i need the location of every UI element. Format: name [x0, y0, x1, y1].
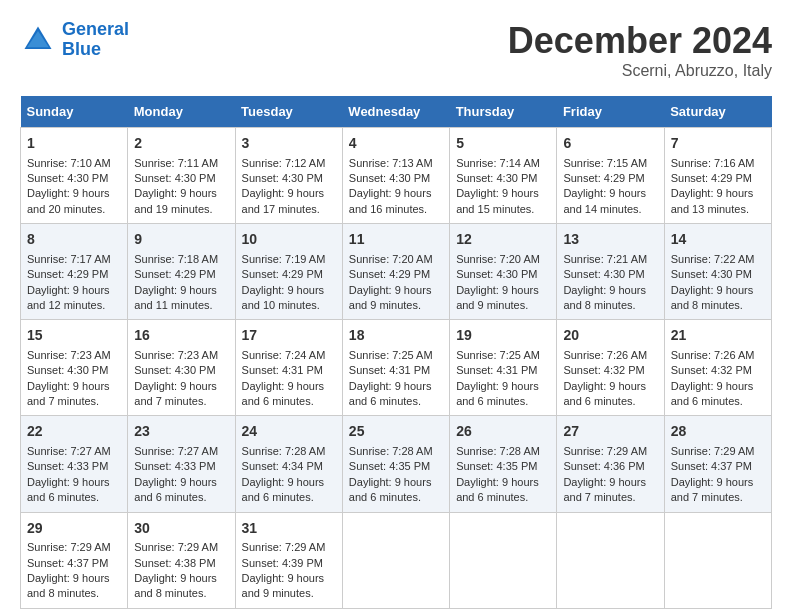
sunrise-label: Sunrise: 7:24 AM [242, 349, 326, 361]
table-row: 26 Sunrise: 7:28 AM Sunset: 4:35 PM Dayl… [450, 416, 557, 512]
day-number: 25 [349, 422, 443, 442]
daylight-label: Daylight: 9 hours and 7 minutes. [134, 380, 217, 407]
table-row: 2 Sunrise: 7:11 AM Sunset: 4:30 PM Dayli… [128, 128, 235, 224]
daylight-label: Daylight: 9 hours and 6 minutes. [456, 476, 539, 503]
table-row: 22 Sunrise: 7:27 AM Sunset: 4:33 PM Dayl… [21, 416, 128, 512]
day-number: 18 [349, 326, 443, 346]
sunset-label: Sunset: 4:35 PM [456, 460, 537, 472]
col-saturday: Saturday [664, 96, 771, 128]
sunrise-label: Sunrise: 7:29 AM [134, 541, 218, 553]
sunrise-label: Sunrise: 7:20 AM [456, 253, 540, 265]
sunset-label: Sunset: 4:30 PM [456, 268, 537, 280]
day-number: 6 [563, 134, 657, 154]
sunset-label: Sunset: 4:32 PM [671, 364, 752, 376]
sunset-label: Sunset: 4:29 PM [563, 172, 644, 184]
logo-icon [20, 22, 56, 58]
table-row: 13 Sunrise: 7:21 AM Sunset: 4:30 PM Dayl… [557, 224, 664, 320]
day-number: 16 [134, 326, 228, 346]
day-number: 17 [242, 326, 336, 346]
sunset-label: Sunset: 4:30 PM [27, 172, 108, 184]
sunrise-label: Sunrise: 7:28 AM [242, 445, 326, 457]
day-number: 14 [671, 230, 765, 250]
table-row: 18 Sunrise: 7:25 AM Sunset: 4:31 PM Dayl… [342, 320, 449, 416]
table-row: 19 Sunrise: 7:25 AM Sunset: 4:31 PM Dayl… [450, 320, 557, 416]
day-number: 4 [349, 134, 443, 154]
month-title: December 2024 [508, 20, 772, 62]
day-number: 5 [456, 134, 550, 154]
table-row: 7 Sunrise: 7:16 AM Sunset: 4:29 PM Dayli… [664, 128, 771, 224]
daylight-label: Daylight: 9 hours and 12 minutes. [27, 284, 110, 311]
sunset-label: Sunset: 4:29 PM [134, 268, 215, 280]
col-monday: Monday [128, 96, 235, 128]
table-row: 11 Sunrise: 7:20 AM Sunset: 4:29 PM Dayl… [342, 224, 449, 320]
day-number: 12 [456, 230, 550, 250]
table-row: 30 Sunrise: 7:29 AM Sunset: 4:38 PM Dayl… [128, 512, 235, 608]
table-row: 14 Sunrise: 7:22 AM Sunset: 4:30 PM Dayl… [664, 224, 771, 320]
sunrise-label: Sunrise: 7:29 AM [671, 445, 755, 457]
logo-line2: Blue [62, 39, 101, 59]
daylight-label: Daylight: 9 hours and 6 minutes. [134, 476, 217, 503]
day-number: 31 [242, 519, 336, 539]
sunrise-label: Sunrise: 7:28 AM [349, 445, 433, 457]
sunset-label: Sunset: 4:31 PM [242, 364, 323, 376]
day-number: 23 [134, 422, 228, 442]
day-number: 19 [456, 326, 550, 346]
sunset-label: Sunset: 4:31 PM [349, 364, 430, 376]
table-row: 28 Sunrise: 7:29 AM Sunset: 4:37 PM Dayl… [664, 416, 771, 512]
table-row: 23 Sunrise: 7:27 AM Sunset: 4:33 PM Dayl… [128, 416, 235, 512]
sunrise-label: Sunrise: 7:15 AM [563, 157, 647, 169]
calendar-header-row: Sunday Monday Tuesday Wednesday Thursday… [21, 96, 772, 128]
sunset-label: Sunset: 4:30 PM [134, 172, 215, 184]
sunrise-label: Sunrise: 7:13 AM [349, 157, 433, 169]
table-row: 15 Sunrise: 7:23 AM Sunset: 4:30 PM Dayl… [21, 320, 128, 416]
table-row: 8 Sunrise: 7:17 AM Sunset: 4:29 PM Dayli… [21, 224, 128, 320]
table-row [664, 512, 771, 608]
sunrise-label: Sunrise: 7:27 AM [27, 445, 111, 457]
calendar-table: Sunday Monday Tuesday Wednesday Thursday… [20, 96, 772, 609]
title-block: December 2024 Scerni, Abruzzo, Italy [508, 20, 772, 80]
sunrise-label: Sunrise: 7:12 AM [242, 157, 326, 169]
sunset-label: Sunset: 4:33 PM [27, 460, 108, 472]
daylight-label: Daylight: 9 hours and 7 minutes. [671, 476, 754, 503]
col-friday: Friday [557, 96, 664, 128]
daylight-label: Daylight: 9 hours and 6 minutes. [563, 380, 646, 407]
sunrise-label: Sunrise: 7:16 AM [671, 157, 755, 169]
daylight-label: Daylight: 9 hours and 6 minutes. [671, 380, 754, 407]
sunrise-label: Sunrise: 7:11 AM [134, 157, 218, 169]
table-row: 10 Sunrise: 7:19 AM Sunset: 4:29 PM Dayl… [235, 224, 342, 320]
daylight-label: Daylight: 9 hours and 14 minutes. [563, 187, 646, 214]
table-row: 12 Sunrise: 7:20 AM Sunset: 4:30 PM Dayl… [450, 224, 557, 320]
day-number: 21 [671, 326, 765, 346]
sunset-label: Sunset: 4:33 PM [134, 460, 215, 472]
logo-line1: General [62, 19, 129, 39]
daylight-label: Daylight: 9 hours and 16 minutes. [349, 187, 432, 214]
sunrise-label: Sunrise: 7:14 AM [456, 157, 540, 169]
sunrise-label: Sunrise: 7:19 AM [242, 253, 326, 265]
day-number: 3 [242, 134, 336, 154]
calendar-week-row: 22 Sunrise: 7:27 AM Sunset: 4:33 PM Dayl… [21, 416, 772, 512]
col-sunday: Sunday [21, 96, 128, 128]
daylight-label: Daylight: 9 hours and 8 minutes. [563, 284, 646, 311]
table-row [557, 512, 664, 608]
daylight-label: Daylight: 9 hours and 6 minutes. [242, 476, 325, 503]
daylight-label: Daylight: 9 hours and 6 minutes. [349, 380, 432, 407]
day-number: 30 [134, 519, 228, 539]
daylight-label: Daylight: 9 hours and 17 minutes. [242, 187, 325, 214]
sunrise-label: Sunrise: 7:23 AM [27, 349, 111, 361]
sunset-label: Sunset: 4:32 PM [563, 364, 644, 376]
table-row: 16 Sunrise: 7:23 AM Sunset: 4:30 PM Dayl… [128, 320, 235, 416]
table-row: 25 Sunrise: 7:28 AM Sunset: 4:35 PM Dayl… [342, 416, 449, 512]
table-row: 1 Sunrise: 7:10 AM Sunset: 4:30 PM Dayli… [21, 128, 128, 224]
table-row: 4 Sunrise: 7:13 AM Sunset: 4:30 PM Dayli… [342, 128, 449, 224]
day-number: 20 [563, 326, 657, 346]
daylight-label: Daylight: 9 hours and 7 minutes. [563, 476, 646, 503]
sunrise-label: Sunrise: 7:25 AM [456, 349, 540, 361]
sunrise-label: Sunrise: 7:25 AM [349, 349, 433, 361]
sunset-label: Sunset: 4:36 PM [563, 460, 644, 472]
day-number: 29 [27, 519, 121, 539]
calendar-week-row: 1 Sunrise: 7:10 AM Sunset: 4:30 PM Dayli… [21, 128, 772, 224]
daylight-label: Daylight: 9 hours and 19 minutes. [134, 187, 217, 214]
sunrise-label: Sunrise: 7:21 AM [563, 253, 647, 265]
table-row: 31 Sunrise: 7:29 AM Sunset: 4:39 PM Dayl… [235, 512, 342, 608]
day-number: 10 [242, 230, 336, 250]
